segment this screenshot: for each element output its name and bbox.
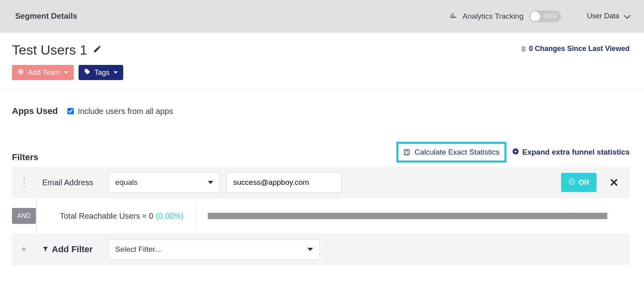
main-content: Apps Used Include users from all apps Fi… (0, 90, 644, 277)
add-team-button[interactable]: Add Team (12, 65, 74, 80)
expand-funnel-statistics-link[interactable]: Expand extra funnel statistics (512, 148, 630, 157)
plus-circle-icon (568, 178, 575, 187)
tag-icon (84, 69, 91, 77)
drag-handle[interactable] (12, 172, 36, 193)
analytics-toggle[interactable]: OFF (529, 10, 561, 22)
filter-operator-select[interactable]: equals (108, 172, 220, 193)
add-filter-label-wrap: Add Filter (42, 244, 102, 255)
filters-right-links: Calculate Exact Statistics Expand extra … (396, 142, 630, 163)
remove-filter-button[interactable]: ✕ (609, 176, 618, 189)
filter-value-input[interactable] (233, 178, 335, 187)
segment-name: Test Users 1 (12, 42, 87, 58)
reach-text: Total Reachable Users ≈ 0 (60, 212, 153, 221)
and-badge: AND (12, 208, 36, 224)
add-filter-plus-handle[interactable]: + (12, 239, 36, 260)
filter-field-label: Email Address (42, 178, 102, 187)
top-header: Segment Details Analytics Tracking OFF U… (0, 0, 644, 33)
filter-builder: Email Address equals OR ✕ AND Total Re (12, 167, 630, 265)
calculator-icon (403, 149, 410, 156)
globe-icon (18, 69, 24, 77)
user-data-dropdown[interactable]: User Data (573, 0, 644, 32)
page-title: Segment Details (0, 12, 438, 21)
add-filter-row: + Add Filter Select Filter... (12, 233, 630, 265)
select-filter-placeholder: Select Filter... (115, 245, 161, 254)
vertical-divider (195, 204, 196, 228)
edit-name-button[interactable] (93, 45, 102, 55)
tags-button[interactable]: Tags (79, 65, 123, 80)
add-or-button[interactable]: OR (561, 173, 597, 192)
segment-header: Test Users 1 Add Team Tags (0, 33, 644, 90)
segment-header-left: Test Users 1 Add Team Tags (12, 42, 123, 80)
include-all-apps-label: Include users from all apps (78, 107, 173, 116)
add-team-label: Add Team (28, 69, 60, 77)
chevron-down-icon (624, 12, 631, 19)
calculate-label: Calculate Exact Statistics (414, 148, 499, 157)
header-right: Analytics Tracking OFF User Data (438, 0, 644, 32)
changes-link[interactable]: 0 Changes Since Last Viewed (519, 45, 630, 53)
toggle-knob (530, 12, 540, 21)
caret-down-icon (307, 248, 313, 251)
apps-used-row: Apps Used Include users from all apps (12, 106, 630, 116)
list-icon (519, 45, 526, 53)
apps-used-label: Apps Used (12, 106, 58, 116)
user-data-label: User Data (587, 12, 619, 20)
filter-operator-value: equals (115, 178, 138, 187)
include-all-apps-checkbox[interactable] (67, 108, 74, 114)
chips-row: Add Team Tags (12, 65, 123, 80)
analytics-label: Analytics Tracking (463, 12, 524, 21)
expand-label: Expand extra funnel statistics (522, 148, 630, 157)
changes-text: 0 Changes Since Last Viewed (529, 45, 630, 53)
calculate-exact-statistics-button[interactable]: Calculate Exact Statistics (396, 142, 506, 163)
funnel-icon (42, 244, 49, 255)
filter-row: Email Address equals OR ✕ (12, 167, 630, 198)
reach-progress-bar (208, 213, 607, 219)
analytics-icon (450, 12, 457, 21)
include-all-apps-checkbox-wrap[interactable]: Include users from all apps (67, 107, 173, 116)
reach-percent: (0.00%) (156, 212, 183, 221)
or-label: OR (579, 178, 589, 187)
filter-value-input-wrap (226, 172, 341, 193)
caret-down-icon (64, 71, 68, 74)
analytics-tracking-wrap: Analytics Tracking OFF (439, 0, 572, 32)
select-filter-dropdown[interactable]: Select Filter... (108, 239, 320, 260)
plus-circle-icon (512, 148, 519, 157)
toggle-state-text: OFF (545, 13, 557, 20)
add-filter-label: Add Filter (52, 244, 93, 255)
segment-name-row: Test Users 1 (12, 42, 123, 58)
svg-rect-1 (404, 149, 409, 155)
filters-label: Filters (12, 152, 38, 163)
total-reachable-users: Total Reachable Users ≈ 0 (0.00%) (60, 212, 183, 221)
tags-label: Tags (95, 69, 110, 77)
caret-down-icon (114, 71, 118, 74)
caret-down-icon (208, 181, 213, 184)
reach-summary-row: AND Total Reachable Users ≈ 0 (0.00%) (12, 198, 630, 233)
filters-header-row: Filters Calculate Exact Statistics Expan… (12, 142, 630, 163)
